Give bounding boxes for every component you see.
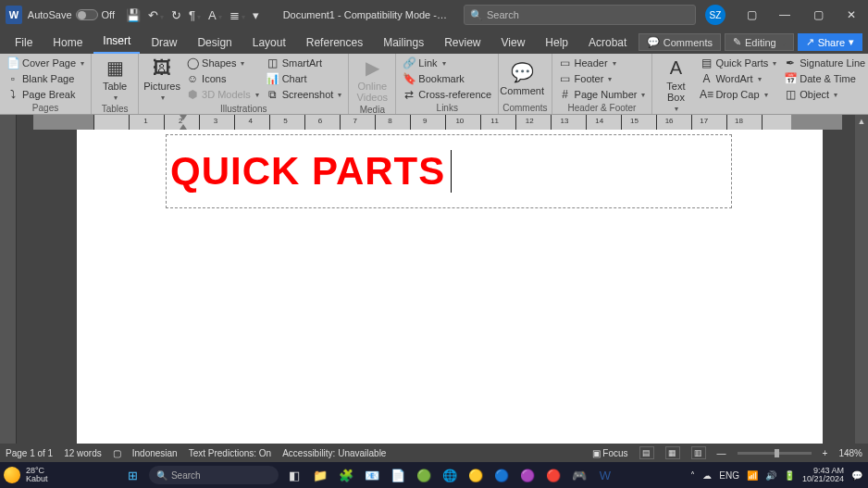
zoom-out-button[interactable]: — [717,448,726,458]
tray-battery-icon[interactable]: 🔋 [784,470,795,481]
tab-home[interactable]: Home [43,32,92,54]
taskbar-app-5[interactable]: 🟢 [414,465,434,485]
drop-cap-button[interactable]: A≡Drop Cap [697,87,779,102]
page-indicator[interactable]: Page 1 of 1 [6,448,53,458]
qat-font[interactable]: A [208,8,222,22]
blank-page-button[interactable]: ▫Blank Page [4,71,87,86]
tab-draw[interactable]: Draw [142,32,186,54]
tray-clock[interactable]: 9:43 AM 10/21/2024 [802,467,844,483]
zoom-slider[interactable] [738,452,812,455]
accessibility-status[interactable]: Accessibility: Unavailable [282,448,386,458]
page-number-button[interactable]: #Page Number [556,87,649,102]
editing-mode-button[interactable]: ✎Editing [725,33,794,51]
word-count[interactable]: 12 words [64,448,102,458]
page-break-button[interactable]: ⤵Page Break [4,87,87,102]
search-box[interactable]: 🔍 Search [464,5,696,25]
close-button[interactable]: ✕ [835,0,868,30]
taskbar-search[interactable]: 🔍Search [149,466,279,484]
user-avatar[interactable]: SZ [705,5,725,25]
tab-acrobat[interactable]: Acrobat [579,32,636,54]
taskbar-app-8[interactable]: 🔵 [491,465,512,485]
screenshot-button[interactable]: ⧉Screenshot [264,87,345,102]
footer-button[interactable]: ▭Footer [556,71,649,86]
cross-reference-button[interactable]: ⇄Cross-reference [400,87,494,102]
tab-file[interactable]: File [6,32,42,54]
start-button[interactable]: ⊞ [123,465,143,485]
tray-volume-icon[interactable]: 🔊 [765,470,776,481]
taskbar-app-6[interactable]: 🌐 [440,465,460,485]
focus-mode-button[interactable]: ▣ Focus [592,448,628,458]
text-predictions[interactable]: Text Predictions: On [189,448,271,458]
autosave-toggle[interactable]: AutoSave Off [28,9,115,20]
tray-wifi-icon[interactable]: 📶 [747,470,758,481]
object-button[interactable]: ◫Object [781,87,868,102]
qat-customize[interactable]: ▾ [253,8,259,22]
link-button[interactable]: 🔗Link [400,56,494,70]
cover-page-button[interactable]: 📄Cover Page [4,56,87,70]
task-view-button[interactable]: ◧ [284,465,304,485]
qat-list[interactable]: ≣ [229,8,245,22]
tab-view[interactable]: View [492,32,535,54]
maximize-button[interactable]: ▢ [801,0,835,30]
tray-language[interactable]: ENG [719,470,739,481]
taskbar-app-10[interactable]: 🔴 [543,465,564,485]
tab-insert[interactable]: Insert [93,31,140,54]
signature-line-button[interactable]: ✒Signature Line [781,56,868,70]
weather-widget[interactable]: 28°C Kabut [26,467,48,483]
tray-onedrive-icon[interactable]: ☁ [702,470,712,481]
text-box[interactable]: QUICK PARTS [166,134,732,208]
tab-design[interactable]: Design [188,32,241,54]
language-indicator[interactable]: Indonesian [132,448,178,458]
tray-chevron[interactable]: ˄ [690,470,695,481]
tray-notifications-icon[interactable]: 💬 [851,470,862,481]
shapes-button[interactable]: ◯Shapes [183,56,262,70]
taskbar-app-4[interactable]: 📄 [388,465,408,485]
vertical-scrollbar[interactable]: ▲ [855,115,868,444]
chart-button[interactable]: 📊Chart [264,71,345,86]
view-web-button[interactable]: ▥ [691,446,706,459]
date-time-button[interactable]: 📅Date & Time [781,71,868,86]
view-read-button[interactable]: ▤ [639,446,654,459]
save-icon[interactable]: 💾 [126,8,141,22]
comment-button[interactable]: 💬Comment [502,56,541,102]
tab-help[interactable]: Help [536,32,577,54]
icons-button[interactable]: ☺Icons [183,71,262,86]
3d-models-button[interactable]: ⬢3D Models [183,87,262,102]
document-canvas[interactable]: QUICK PARTS [17,130,855,444]
taskbar-app-1[interactable]: 📁 [310,465,330,485]
redo-button[interactable]: ↻ [171,8,181,22]
taskbar-app-2[interactable]: 🧩 [336,465,356,485]
undo-button[interactable]: ↶ [148,8,164,22]
taskbar-app-9[interactable]: 🟣 [517,465,538,485]
taskbar-app-3[interactable]: 📧 [362,465,382,485]
comments-button[interactable]: 💬Comments [639,33,721,51]
table-button[interactable]: ▦Table [95,56,134,103]
spell-check-icon[interactable]: ▢ [113,448,121,458]
weather-icon[interactable] [4,467,20,483]
zoom-level[interactable]: 148% [838,448,862,458]
pictures-button[interactable]: 🖼Pictures [143,56,181,103]
view-print-button[interactable]: ▦ [665,446,680,459]
quick-parts-button[interactable]: ▤Quick Parts [697,56,779,70]
taskbar-app-7[interactable]: 🟡 [465,465,486,485]
wordart-button[interactable]: AWordArt [697,71,779,86]
bookmark-button[interactable]: 🔖Bookmark [400,71,494,86]
taskbar-word[interactable]: W [595,465,615,485]
tab-review[interactable]: Review [435,32,490,54]
online-videos-button[interactable]: ▶Online Videos [353,56,391,104]
ribbon-display-button[interactable]: ▢ [735,0,768,30]
taskbar-app-11[interactable]: 🎮 [569,465,589,485]
first-line-indent-marker[interactable] [180,115,187,120]
header-button[interactable]: ▭Header [556,56,649,70]
tab-layout[interactable]: Layout [243,32,295,54]
zoom-in-button[interactable]: + [823,448,828,458]
scroll-up-icon[interactable]: ▲ [858,117,866,126]
text-box-button[interactable]: AText Box [656,56,695,114]
horizontal-ruler[interactable]: 123456789101112131415161718 [33,115,842,130]
tab-mailings[interactable]: Mailings [374,32,433,54]
minimize-button[interactable]: — [768,0,801,30]
share-button[interactable]: ↗Share ▾ [798,33,862,51]
tab-references[interactable]: References [297,32,372,54]
qat-format-1[interactable]: ¶ [189,8,201,22]
smartart-button[interactable]: ◫SmartArt [264,56,345,70]
